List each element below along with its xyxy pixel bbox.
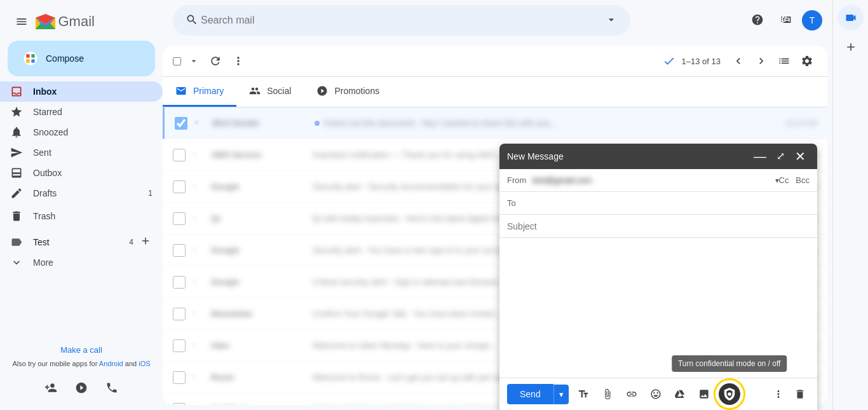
star-button[interactable]: ☆ <box>191 339 203 352</box>
view-options-button[interactable] <box>774 51 794 71</box>
photo-button[interactable] <box>695 385 714 404</box>
to-label: To <box>507 198 532 208</box>
sidebar-item-snoozed[interactable]: Snoozed <box>0 122 163 142</box>
star-button[interactable]: ★ <box>193 117 205 130</box>
compose-from-field: From test@gmail.com ▾ Cc Bcc <box>499 169 817 192</box>
compose-footer-right <box>769 385 810 404</box>
make-call-link[interactable]: Make a call <box>60 345 102 355</box>
refresh-button[interactable] <box>205 51 226 71</box>
row-checkbox[interactable] <box>173 149 186 161</box>
compose-expand-button[interactable]: ⤢ <box>773 149 789 164</box>
star-button[interactable]: ☆ <box>191 244 203 257</box>
phone-button[interactable] <box>102 378 122 400</box>
compose-header-buttons: — ⤢ ✕ <box>750 149 810 164</box>
sidebar-item-more[interactable]: More <box>0 252 163 273</box>
drive-button[interactable] <box>670 385 689 404</box>
label-section-toggle[interactable]: Test 4 <box>0 231 163 252</box>
select-all-checkbox[interactable] <box>173 57 181 65</box>
trash-icon <box>10 210 23 222</box>
compose-body[interactable] <box>499 238 817 378</box>
tab-primary[interactable]: Primary <box>163 77 236 107</box>
delete-compose-button[interactable] <box>790 385 810 404</box>
compose-button[interactable]: Compose <box>8 41 155 76</box>
prev-page-button[interactable] <box>728 51 749 71</box>
svg-point-0 <box>24 51 37 65</box>
row-checkbox[interactable] <box>175 117 187 130</box>
apps-button[interactable] <box>774 8 797 33</box>
unread-dot <box>315 121 320 126</box>
compose-to-input[interactable] <box>532 198 810 208</box>
row-checkbox[interactable] <box>173 181 186 193</box>
tab-promotions[interactable]: Promotions <box>304 77 392 107</box>
search-options-button[interactable] <box>602 11 620 31</box>
more-compose-button[interactable] <box>769 385 788 404</box>
sidebar-item-trash[interactable]: Trash <box>0 206 163 226</box>
cc-bcc-toggle[interactable]: Cc Bcc <box>779 175 810 185</box>
confidential-button[interactable] <box>719 383 740 405</box>
user-avatar[interactable]: T <box>802 10 822 31</box>
android-link[interactable]: Android <box>99 360 123 367</box>
more-options-button[interactable] <box>228 51 248 71</box>
attach-button[interactable] <box>598 385 617 404</box>
row-checkbox[interactable] <box>173 308 186 320</box>
row-checkbox[interactable] <box>173 276 186 289</box>
primary-tab-icon <box>175 85 188 97</box>
search-people-button[interactable] <box>71 378 92 400</box>
svg-point-5 <box>728 392 731 396</box>
send-options-button[interactable]: ▾ <box>553 385 569 404</box>
emoji-button[interactable] <box>646 385 665 404</box>
search-button[interactable] <box>183 11 201 31</box>
hamburger-button[interactable] <box>10 10 33 33</box>
star-button[interactable]: ☆ <box>191 149 203 161</box>
sidebar: Gmail Compose Inbox Starred <box>0 0 163 410</box>
row-checkbox[interactable] <box>173 339 186 352</box>
select-dropdown-button[interactable] <box>185 52 203 70</box>
star-button[interactable]: ☆ <box>191 308 203 320</box>
next-page-button[interactable] <box>751 51 771 71</box>
tab-social[interactable]: Social <box>236 77 304 107</box>
more-icon <box>10 256 23 269</box>
check-complete-button[interactable] <box>659 51 679 71</box>
meet-panel-button[interactable] <box>838 5 864 31</box>
help-button[interactable] <box>746 8 769 33</box>
send-button[interactable]: Send <box>507 384 553 404</box>
add-label-button[interactable] <box>139 234 153 250</box>
formatting-button[interactable] <box>574 385 593 404</box>
compose-header[interactable]: New Message — ⤢ ✕ <box>499 144 817 169</box>
sender-name: CoinBase <box>211 404 313 405</box>
row-checkbox[interactable] <box>173 244 186 257</box>
row-checkbox[interactable] <box>173 212 186 225</box>
star-icon <box>10 106 23 118</box>
outbox-icon <box>10 167 23 179</box>
star-button[interactable]: ☆ <box>191 371 203 384</box>
sidebar-item-starred[interactable]: Starred <box>0 102 163 122</box>
ios-link[interactable]: iOS <box>139 360 150 367</box>
header-right: T <box>746 8 822 33</box>
add-account-button[interactable] <box>41 378 61 400</box>
star-button[interactable]: ☆ <box>191 212 203 225</box>
sidebar-item-drafts[interactable]: Drafts 1 <box>0 183 163 203</box>
sidebar-item-inbox[interactable]: Inbox <box>0 81 163 102</box>
test-badge: 4 <box>129 238 133 247</box>
from-label: From <box>507 175 532 185</box>
sidebar-item-sent[interactable]: Sent <box>0 142 163 163</box>
compose-subject-input[interactable] <box>507 221 810 231</box>
star-button[interactable]: ☆ <box>191 403 203 406</box>
svg-rect-2 <box>31 54 34 57</box>
search-input[interactable] <box>201 15 602 26</box>
trash-label: Trash <box>33 211 153 221</box>
star-button[interactable]: ☆ <box>191 181 203 193</box>
compose-minimize-button[interactable]: — <box>750 149 770 164</box>
compose-close-button[interactable]: ✕ <box>791 149 810 164</box>
sender-name: AWS Service <box>211 150 313 160</box>
settings-button[interactable] <box>797 51 817 71</box>
sidebar-item-outbox[interactable]: Outbox <box>0 163 163 183</box>
compose-to-field: To <box>499 192 817 215</box>
star-button[interactable]: ☆ <box>191 276 203 289</box>
link-button[interactable] <box>622 385 641 404</box>
row-checkbox[interactable] <box>173 403 186 406</box>
add-right-button[interactable] <box>839 36 862 60</box>
sender-name: fyi <box>211 214 313 223</box>
table-row[interactable]: ★ Blrd Sender Check out this document - … <box>163 107 827 139</box>
row-checkbox[interactable] <box>173 371 186 384</box>
